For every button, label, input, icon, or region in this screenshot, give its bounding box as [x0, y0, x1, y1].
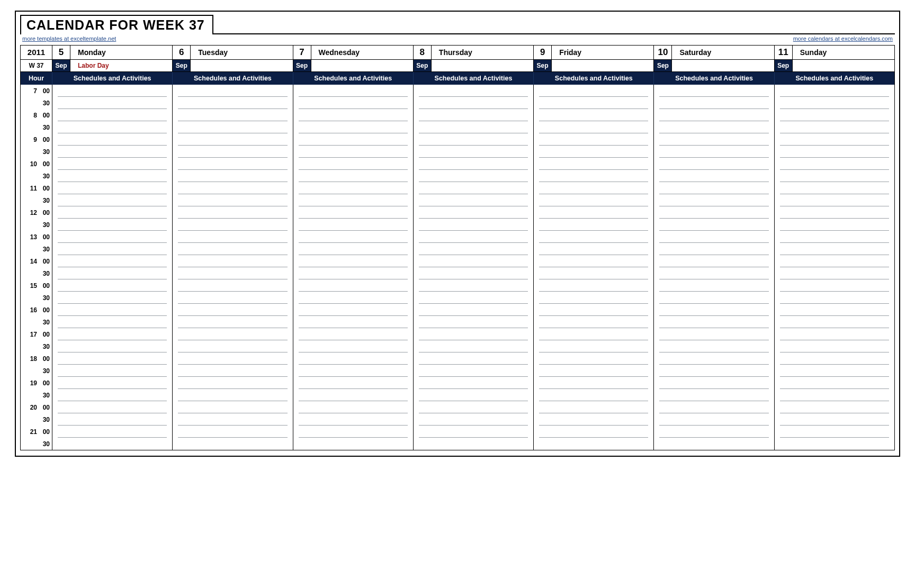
time-slot[interactable] [780, 146, 889, 158]
time-slot[interactable] [58, 401, 167, 413]
time-slot[interactable] [539, 316, 648, 328]
time-slot[interactable] [539, 182, 648, 194]
time-slot[interactable] [58, 231, 167, 243]
time-slot[interactable] [780, 170, 889, 182]
time-slot[interactable] [419, 292, 528, 304]
time-slot[interactable] [539, 413, 648, 426]
time-slot[interactable] [780, 109, 889, 121]
time-slot[interactable] [58, 194, 167, 206]
time-slot[interactable] [659, 413, 768, 426]
time-slot[interactable] [539, 304, 648, 316]
time-slot[interactable] [539, 292, 648, 304]
time-slot[interactable] [539, 438, 648, 450]
time-slot[interactable] [659, 109, 768, 121]
time-slot[interactable] [178, 352, 287, 365]
time-slot[interactable] [178, 206, 287, 219]
time-slot[interactable] [58, 340, 167, 352]
time-slot[interactable] [780, 328, 889, 340]
time-slot[interactable] [419, 401, 528, 413]
time-slot[interactable] [58, 243, 167, 255]
time-slot[interactable] [299, 389, 408, 401]
time-slot[interactable] [299, 352, 408, 365]
time-slot[interactable] [659, 426, 768, 438]
time-slot[interactable] [58, 146, 167, 158]
time-slot[interactable] [178, 279, 287, 292]
time-slot[interactable] [419, 170, 528, 182]
time-slot[interactable] [539, 231, 648, 243]
time-slot[interactable] [539, 401, 648, 413]
time-slot[interactable] [299, 109, 408, 121]
time-slot[interactable] [419, 279, 528, 292]
time-slot[interactable] [419, 243, 528, 255]
time-slot[interactable] [780, 255, 889, 267]
time-slot[interactable] [659, 304, 768, 316]
time-slot[interactable] [299, 328, 408, 340]
time-slot[interactable] [659, 133, 768, 146]
time-slot[interactable] [659, 267, 768, 279]
time-slot[interactable] [780, 85, 889, 97]
time-slot[interactable] [780, 97, 889, 109]
time-slot[interactable] [539, 158, 648, 170]
time-slot[interactable] [780, 267, 889, 279]
time-slot[interactable] [58, 85, 167, 97]
time-slot[interactable] [419, 219, 528, 231]
time-slot[interactable] [659, 389, 768, 401]
time-slot[interactable] [299, 292, 408, 304]
time-slot[interactable] [659, 438, 768, 450]
time-slot[interactable] [780, 401, 889, 413]
time-slot[interactable] [780, 182, 889, 194]
time-slot[interactable] [419, 97, 528, 109]
time-slot[interactable] [419, 206, 528, 219]
time-slot[interactable] [299, 97, 408, 109]
link-templates[interactable]: more templates at exceltemplate.net [22, 35, 116, 42]
time-slot[interactable] [780, 219, 889, 231]
time-slot[interactable] [58, 352, 167, 365]
time-slot[interactable] [780, 426, 889, 438]
time-slot[interactable] [659, 158, 768, 170]
time-slot[interactable] [178, 438, 287, 450]
time-slot[interactable] [419, 340, 528, 352]
time-slot[interactable] [178, 401, 287, 413]
time-slot[interactable] [659, 97, 768, 109]
time-slot[interactable] [299, 401, 408, 413]
time-slot[interactable] [780, 413, 889, 426]
time-slot[interactable] [419, 352, 528, 365]
time-slot[interactable] [299, 158, 408, 170]
time-slot[interactable] [659, 279, 768, 292]
time-slot[interactable] [539, 267, 648, 279]
time-slot[interactable] [659, 352, 768, 365]
time-slot[interactable] [539, 170, 648, 182]
time-slot[interactable] [780, 438, 889, 450]
time-slot[interactable] [58, 97, 167, 109]
time-slot[interactable] [299, 206, 408, 219]
time-slot[interactable] [299, 377, 408, 389]
time-slot[interactable] [178, 109, 287, 121]
time-slot[interactable] [178, 389, 287, 401]
time-slot[interactable] [178, 158, 287, 170]
time-slot[interactable] [58, 328, 167, 340]
time-slot[interactable] [780, 340, 889, 352]
time-slot[interactable] [419, 109, 528, 121]
time-slot[interactable] [539, 340, 648, 352]
time-slot[interactable] [539, 109, 648, 121]
time-slot[interactable] [299, 365, 408, 377]
time-slot[interactable] [419, 365, 528, 377]
time-slot[interactable] [659, 292, 768, 304]
time-slot[interactable] [299, 340, 408, 352]
time-slot[interactable] [539, 206, 648, 219]
time-slot[interactable] [58, 304, 167, 316]
time-slot[interactable] [58, 170, 167, 182]
time-slot[interactable] [299, 194, 408, 206]
time-slot[interactable] [299, 243, 408, 255]
time-slot[interactable] [419, 304, 528, 316]
time-slot[interactable] [780, 194, 889, 206]
time-slot[interactable] [58, 413, 167, 426]
link-calendars[interactable]: more calendars at excelcalendars.com [793, 35, 893, 42]
time-slot[interactable] [178, 121, 287, 133]
time-slot[interactable] [299, 413, 408, 426]
time-slot[interactable] [539, 146, 648, 158]
time-slot[interactable] [299, 85, 408, 97]
time-slot[interactable] [178, 304, 287, 316]
time-slot[interactable] [299, 267, 408, 279]
time-slot[interactable] [178, 316, 287, 328]
